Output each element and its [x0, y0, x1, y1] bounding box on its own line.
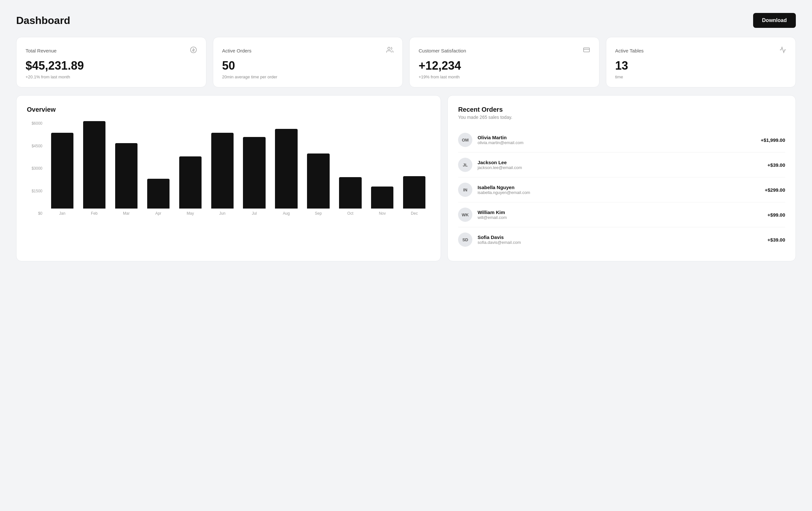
- order-name: Olivia Martin: [477, 135, 760, 140]
- recent-orders-card: Recent Orders You made 265 sales today. …: [447, 95, 796, 261]
- card-label-active-orders: Active Orders: [222, 48, 252, 53]
- bar-dec: [403, 176, 426, 209]
- card-customer-satisfaction: Customer Satisfaction +12,234 +19% from …: [409, 37, 600, 87]
- card-label-active-tables: Active Tables: [615, 48, 644, 53]
- overview-chart-card: Overview $6000$4500$3000$1500$0JanFebMar…: [16, 95, 441, 261]
- bar-jan: [51, 133, 74, 209]
- y-axis-label: $4500: [27, 144, 42, 148]
- card-value-active-tables: 13: [615, 59, 787, 73]
- card-header-customer-satisfaction: Customer Satisfaction: [418, 46, 590, 55]
- order-info: Jackson Lee jackson.lee@email.com: [477, 160, 767, 170]
- bar-col: Jun: [206, 121, 238, 216]
- card-label-customer-satisfaction: Customer Satisfaction: [418, 48, 466, 53]
- order-row: OM Olivia Martin olivia.martin@email.com…: [458, 128, 785, 153]
- avatar: WK: [458, 208, 472, 222]
- chart-title: Overview: [27, 106, 430, 113]
- order-name: Isabella Nguyen: [477, 185, 765, 190]
- order-amount: +$299.00: [765, 187, 785, 193]
- bar-apr: [147, 179, 170, 209]
- card-sub-active-tables: time: [615, 75, 787, 79]
- download-button[interactable]: Download: [753, 13, 796, 28]
- order-row: SD Sofia Davis sofia.davis@email.com +$3…: [458, 227, 785, 252]
- order-email: will@email.com: [477, 215, 767, 220]
- bar-month-label: Mar: [123, 211, 130, 216]
- card-label-total-revenue: Total Revenue: [26, 48, 57, 53]
- page-header: Dashboard Download: [16, 13, 796, 28]
- avatar: JL: [458, 158, 472, 172]
- bar-col: Mar: [110, 121, 142, 216]
- svg-rect-2: [583, 48, 589, 52]
- order-name: William Kim: [477, 210, 767, 215]
- order-amount: +$39.00: [767, 162, 785, 168]
- bar-month-label: Oct: [347, 211, 354, 216]
- y-axis-label: $6000: [27, 121, 42, 126]
- order-info: William Kim will@email.com: [477, 210, 767, 220]
- card-header-total-revenue: Total Revenue: [26, 46, 197, 55]
- order-email: jackson.lee@email.com: [477, 165, 767, 170]
- card-total-revenue: Total Revenue $45,231.89 +20.1% from las…: [16, 37, 206, 87]
- card-sub-customer-satisfaction: +19% from last month: [418, 75, 590, 79]
- order-info: Isabella Nguyen isabella.nguyen@email.co…: [477, 185, 765, 195]
- metric-cards: Total Revenue $45,231.89 +20.1% from las…: [16, 37, 796, 87]
- order-email: isabella.nguyen@email.com: [477, 190, 765, 195]
- order-email: olivia.martin@email.com: [477, 140, 760, 145]
- orders-title: Recent Orders: [458, 106, 785, 113]
- bar-col: Feb: [78, 121, 110, 216]
- card-sub-total-revenue: +20.1% from last month: [26, 75, 197, 79]
- bar-jul: [243, 137, 265, 209]
- order-row: IN Isabella Nguyen isabella.nguyen@email…: [458, 178, 785, 203]
- bar-col: Apr: [142, 121, 174, 216]
- order-amount: +$39.00: [767, 237, 785, 243]
- avatar: SD: [458, 233, 472, 247]
- order-amount: +$99.00: [767, 212, 785, 218]
- card-value-active-orders: 50: [222, 59, 394, 73]
- chart-area: $6000$4500$3000$1500$0JanFebMarAprMayJun…: [27, 121, 430, 225]
- bar-aug: [275, 129, 297, 209]
- bars-container: JanFebMarAprMayJunJulAugSepOctNovDec: [46, 121, 430, 225]
- avatar: IN: [458, 183, 472, 197]
- bar-month-label: May: [187, 211, 194, 216]
- order-email: sofia.davis@email.com: [477, 240, 767, 245]
- bar-month-label: Apr: [155, 211, 162, 216]
- bar-month-label: Sep: [315, 211, 322, 216]
- bar-month-label: Nov: [379, 211, 386, 216]
- bar-nov: [371, 187, 394, 209]
- order-name: Sofia Davis: [477, 235, 767, 240]
- bar-col: Oct: [334, 121, 366, 216]
- order-amount: +$1,999.00: [761, 137, 785, 143]
- card-active-orders: Active Orders 50 20min average time per …: [213, 37, 403, 87]
- bar-col: Dec: [398, 121, 430, 216]
- chart-y-axis: $6000$4500$3000$1500$0: [27, 121, 42, 225]
- page-title: Dashboard: [16, 15, 70, 27]
- y-axis-label: $3000: [27, 166, 42, 171]
- bar-month-label: Aug: [283, 211, 290, 216]
- bar-month-label: Feb: [91, 211, 98, 216]
- orders-list: OM Olivia Martin olivia.martin@email.com…: [458, 128, 785, 252]
- bar-col: Jul: [238, 121, 270, 216]
- order-name: Jackson Lee: [477, 160, 767, 165]
- card-icon-total-revenue: [190, 46, 197, 55]
- bar-may: [179, 156, 202, 209]
- order-info: Olivia Martin olivia.martin@email.com: [477, 135, 760, 145]
- card-icon-active-tables: [779, 46, 786, 55]
- card-header-active-tables: Active Tables: [615, 46, 787, 55]
- bar-col: Nov: [366, 121, 398, 216]
- card-header-active-orders: Active Orders: [222, 46, 394, 55]
- bar-col: Sep: [302, 121, 335, 216]
- bar-col: May: [174, 121, 206, 216]
- card-sub-active-orders: 20min average time per order: [222, 75, 394, 79]
- orders-subtitle: You made 265 sales today.: [458, 115, 785, 120]
- card-value-customer-satisfaction: +12,234: [418, 59, 590, 73]
- order-info: Sofia Davis sofia.davis@email.com: [477, 235, 767, 245]
- bar-month-label: Jun: [219, 211, 225, 216]
- bar-month-label: Jan: [59, 211, 65, 216]
- card-value-total-revenue: $45,231.89: [26, 59, 197, 73]
- bar-month-label: Dec: [411, 211, 418, 216]
- card-icon-customer-satisfaction: [583, 46, 590, 55]
- order-row: JL Jackson Lee jackson.lee@email.com +$3…: [458, 153, 785, 178]
- bottom-section: Overview $6000$4500$3000$1500$0JanFebMar…: [16, 95, 796, 261]
- y-axis-label: $0: [27, 211, 42, 216]
- bar-month-label: Jul: [252, 211, 257, 216]
- y-axis-label: $1500: [27, 189, 42, 193]
- order-row: WK William Kim will@email.com +$99.00: [458, 203, 785, 227]
